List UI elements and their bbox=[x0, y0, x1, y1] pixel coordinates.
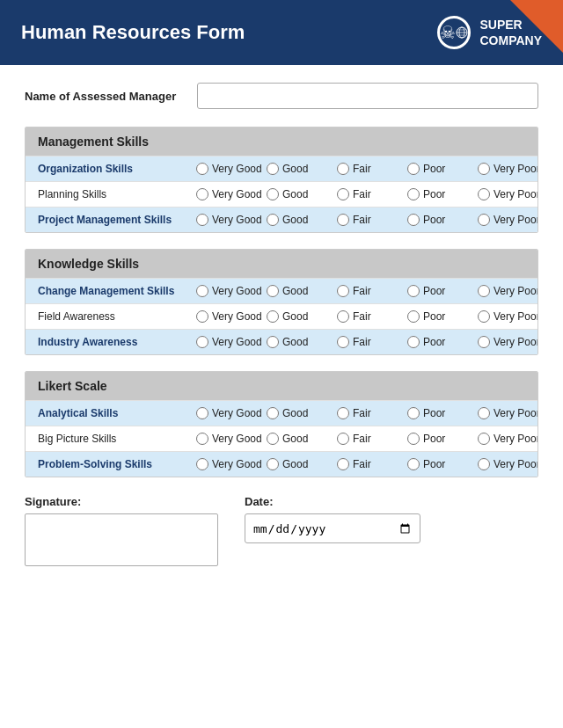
rating-option-good: Good bbox=[267, 214, 337, 226]
skill-name-knowledge-1: Field Awareness bbox=[38, 310, 196, 323]
rating-option-very-poor: Very Poor bbox=[478, 433, 538, 445]
signature-label: Signature: bbox=[25, 495, 218, 508]
rating-options-likert-1: Very GoodGoodFairPoorVery Poor bbox=[196, 433, 538, 445]
radio-management-2-4[interactable] bbox=[478, 214, 490, 226]
radio-likert-1-4[interactable] bbox=[478, 433, 490, 445]
radio-management-2-0[interactable] bbox=[196, 214, 208, 226]
radio-knowledge-2-3[interactable] bbox=[407, 336, 420, 348]
radio-management-1-1[interactable] bbox=[267, 188, 279, 200]
rating-label-0: Very Good bbox=[212, 336, 262, 348]
radio-knowledge-2-1[interactable] bbox=[267, 336, 279, 348]
rating-label-3: Poor bbox=[423, 433, 445, 445]
radio-likert-0-2[interactable] bbox=[337, 407, 349, 419]
rating-option-good: Good bbox=[267, 310, 337, 323]
rating-option-good: Good bbox=[267, 285, 337, 297]
rating-label-3: Poor bbox=[423, 285, 445, 297]
rating-label-0: Very Good bbox=[212, 310, 262, 323]
rating-label-4: Very Poor bbox=[494, 188, 538, 200]
manager-name-row: Name of Assessed Manager bbox=[25, 83, 538, 109]
radio-management-1-3[interactable] bbox=[407, 188, 420, 200]
rating-label-3: Poor bbox=[423, 188, 445, 200]
rating-option-good: Good bbox=[267, 336, 337, 348]
rating-option-fair: Fair bbox=[337, 336, 407, 348]
radio-management-0-2[interactable] bbox=[337, 163, 349, 175]
radio-knowledge-2-0[interactable] bbox=[196, 336, 208, 348]
rating-options-knowledge-0: Very GoodGoodFairPoorVery Poor bbox=[196, 285, 538, 297]
rating-option-fair: Fair bbox=[337, 407, 407, 419]
radio-knowledge-0-1[interactable] bbox=[267, 285, 279, 297]
rating-option-good: Good bbox=[267, 163, 337, 175]
rating-label-4: Very Poor bbox=[494, 433, 538, 445]
rating-label-2: Fair bbox=[353, 310, 371, 323]
radio-management-0-0[interactable] bbox=[196, 163, 208, 175]
skill-row-likert-1: Big Picture SkillsVery GoodGoodFairPoorV… bbox=[26, 426, 537, 451]
rating-label-2: Fair bbox=[353, 336, 371, 348]
radio-management-2-2[interactable] bbox=[337, 214, 349, 226]
radio-management-0-1[interactable] bbox=[267, 163, 279, 175]
radio-knowledge-0-4[interactable] bbox=[478, 285, 490, 297]
rating-option-very-good: Very Good bbox=[196, 336, 267, 348]
radio-likert-0-3[interactable] bbox=[407, 407, 420, 419]
rating-option-very-good: Very Good bbox=[196, 458, 267, 470]
radio-knowledge-2-4[interactable] bbox=[478, 336, 490, 348]
radio-knowledge-1-4[interactable] bbox=[478, 310, 490, 323]
date-input[interactable] bbox=[245, 513, 420, 543]
rating-label-2: Fair bbox=[353, 433, 371, 445]
rating-label-4: Very Poor bbox=[494, 458, 538, 470]
rating-option-very-good: Very Good bbox=[196, 163, 267, 175]
globe-svg bbox=[456, 20, 468, 45]
rating-options-management-0: Very GoodGoodFairPoorVery Poor bbox=[196, 163, 538, 175]
radio-management-0-3[interactable] bbox=[407, 163, 420, 175]
radio-knowledge-1-1[interactable] bbox=[267, 310, 279, 323]
radio-management-2-3[interactable] bbox=[407, 214, 420, 226]
radio-likert-2-4[interactable] bbox=[478, 458, 490, 470]
rating-option-fair: Fair bbox=[337, 188, 407, 200]
radio-knowledge-1-3[interactable] bbox=[407, 310, 420, 323]
rating-label-2: Fair bbox=[353, 214, 371, 226]
rating-label-1: Good bbox=[282, 310, 308, 323]
radio-knowledge-2-2[interactable] bbox=[337, 336, 349, 348]
radio-management-0-4[interactable] bbox=[478, 163, 490, 175]
rating-label-0: Very Good bbox=[212, 188, 262, 200]
section-header-knowledge: Knowledge Skills bbox=[26, 250, 537, 278]
rating-option-fair: Fair bbox=[337, 458, 407, 470]
radio-likert-2-2[interactable] bbox=[337, 458, 349, 470]
date-label: Date: bbox=[245, 495, 420, 508]
rating-label-4: Very Poor bbox=[494, 214, 538, 226]
radio-knowledge-1-2[interactable] bbox=[337, 310, 349, 323]
radio-likert-2-0[interactable] bbox=[196, 458, 208, 470]
radio-management-2-1[interactable] bbox=[267, 214, 279, 226]
skill-row-management-2: Project Management SkillsVery GoodGoodFa… bbox=[26, 207, 537, 232]
radio-likert-1-0[interactable] bbox=[196, 433, 208, 445]
rating-option-poor: Poor bbox=[407, 458, 478, 470]
skill-name-knowledge-0: Change Management Skills bbox=[38, 285, 196, 297]
radio-likert-2-1[interactable] bbox=[267, 458, 279, 470]
radio-likert-1-1[interactable] bbox=[267, 433, 279, 445]
radio-knowledge-0-2[interactable] bbox=[337, 285, 349, 297]
signature-box[interactable] bbox=[25, 513, 218, 566]
radio-likert-1-3[interactable] bbox=[407, 433, 420, 445]
radio-likert-0-1[interactable] bbox=[267, 407, 279, 419]
rating-option-very-good: Very Good bbox=[196, 407, 267, 419]
radio-knowledge-0-0[interactable] bbox=[196, 285, 208, 297]
radio-likert-1-2[interactable] bbox=[337, 433, 349, 445]
skill-row-likert-2: Problem-Solving SkillsVery GoodGoodFairP… bbox=[26, 451, 537, 477]
rating-option-poor: Poor bbox=[407, 433, 478, 445]
rating-label-1: Good bbox=[282, 285, 308, 297]
section-header-management: Management Skills bbox=[26, 127, 537, 156]
radio-knowledge-0-3[interactable] bbox=[407, 285, 420, 297]
manager-name-input[interactable] bbox=[197, 83, 538, 109]
radio-likert-0-0[interactable] bbox=[196, 407, 208, 419]
rating-option-poor: Poor bbox=[407, 310, 478, 323]
rating-label-1: Good bbox=[282, 336, 308, 348]
rating-label-3: Poor bbox=[423, 214, 445, 226]
radio-management-1-0[interactable] bbox=[196, 188, 208, 200]
radio-likert-2-3[interactable] bbox=[407, 458, 420, 470]
radio-management-1-4[interactable] bbox=[478, 188, 490, 200]
rating-option-good: Good bbox=[267, 188, 337, 200]
rating-label-2: Fair bbox=[353, 285, 371, 297]
rating-option-poor: Poor bbox=[407, 188, 478, 200]
radio-management-1-2[interactable] bbox=[337, 188, 349, 200]
radio-likert-0-4[interactable] bbox=[478, 407, 490, 419]
radio-knowledge-1-0[interactable] bbox=[196, 310, 208, 323]
